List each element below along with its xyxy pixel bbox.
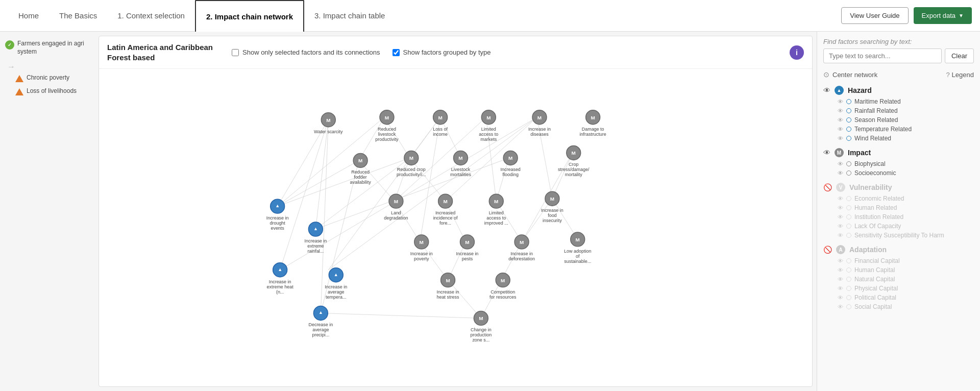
node-competition[interactable]: M Competition for resources: [489, 273, 517, 300]
node-food-insec[interactable]: M Increase in food insecurity: [541, 191, 564, 223]
node-crop-stress[interactable]: M Crop stress/damage/ mortality: [558, 146, 590, 178]
svg-text:Increase in: Increase in: [325, 284, 347, 289]
econ-eye[interactable]: 👁: [838, 196, 843, 202]
svg-text:precipi...: precipi...: [312, 332, 329, 337]
node-land-degr[interactable]: M Land degradation: [384, 194, 408, 221]
svg-text:heat stress: heat stress: [437, 295, 459, 300]
vuln-eye-icon[interactable]: 🚫: [823, 183, 832, 191]
network-area: Latin America and CaribbeanForest based …: [99, 36, 813, 387]
node-reduced-livestock[interactable]: M Reduced livestock productivity: [375, 110, 399, 142]
node-reduced-crop[interactable]: M Reduced crop productivity/i...: [397, 151, 426, 177]
natural-cap-eye[interactable]: 👁: [838, 276, 843, 282]
export-button[interactable]: Export data ▼: [914, 7, 972, 24]
farmers-icon: ✓: [5, 40, 14, 50]
node-limited-access[interactable]: M Limited access to improved ...: [484, 194, 508, 226]
checkbox1-label[interactable]: Show only selected factors and its conne…: [232, 48, 380, 56]
svg-text:Increase in: Increase in: [510, 251, 533, 256]
socioeconomic-eye[interactable]: 👁: [838, 170, 843, 176]
financial-eye[interactable]: 👁: [838, 258, 843, 264]
svg-text:Water scarcity: Water scarcity: [314, 129, 343, 134]
search-input[interactable]: [823, 48, 942, 63]
view-guide-button[interactable]: View User Guide: [841, 7, 908, 24]
svg-text:flooding: flooding: [502, 172, 518, 177]
node-increased-flooding[interactable]: M Increased flooding: [500, 151, 520, 177]
human-eye[interactable]: 👁: [838, 205, 843, 211]
node-heat-stress[interactable]: M Increase in heat stress: [437, 273, 459, 300]
lack-eye[interactable]: 👁: [838, 223, 843, 229]
sensitivity-eye[interactable]: 👁: [838, 232, 843, 238]
svg-text:M: M: [572, 150, 576, 156]
context-node-loss: Loss of livelihoods: [15, 87, 89, 95]
svg-text:markets: markets: [480, 137, 497, 142]
legend-button[interactable]: ? Legend: [946, 71, 974, 79]
node-increase-poverty[interactable]: M Increase in poverty: [410, 235, 433, 261]
physical-cap-label: Physical Capital: [854, 285, 898, 292]
node-production-zone[interactable]: M Change in production zone s...: [470, 311, 492, 343]
svg-text:pests: pests: [462, 256, 473, 261]
chronic-arrow: →: [7, 63, 15, 71]
node-loss-income[interactable]: M Loss of income: [433, 110, 448, 137]
rainfall-eye[interactable]: 👁: [838, 108, 843, 114]
nav-network[interactable]: 2. Impact chain network: [195, 0, 304, 32]
svg-text:Livestock: Livestock: [451, 167, 471, 172]
svg-text:mortality: mortality: [565, 172, 582, 177]
physical-cap-eye[interactable]: 👁: [838, 285, 843, 291]
wind-eye[interactable]: 👁: [838, 135, 843, 141]
svg-text:access to: access to: [479, 132, 498, 137]
chronic-icon: [15, 75, 23, 82]
svg-text:M: M: [409, 155, 413, 161]
node-damage-infra[interactable]: M Damage to infrastructure: [579, 110, 606, 137]
adapt-eye-icon[interactable]: 🚫: [823, 246, 832, 254]
node-deforestation[interactable]: M Increase in deforestation: [508, 235, 535, 261]
context-node-chronic: Chronic poverty: [15, 74, 89, 82]
svg-text:▲: ▲: [275, 203, 280, 208]
info-button[interactable]: i: [790, 45, 804, 60]
svg-text:tempera...: tempera...: [326, 295, 346, 300]
node-low-adoption[interactable]: M Low adoption of sustainable...: [564, 232, 591, 264]
node-increase-diseases[interactable]: M Increase in diseases: [528, 110, 551, 137]
vuln-section-title: Vulnerability: [849, 183, 892, 191]
svg-text:M: M: [465, 239, 469, 245]
svg-text:M: M: [520, 239, 524, 245]
node-drought[interactable]: ▲ Increase in drought events: [266, 199, 289, 231]
checkbox2-label[interactable]: Show factors grouped by type: [393, 48, 491, 56]
biophysical-eye[interactable]: 👁: [838, 161, 843, 167]
nav-home[interactable]: Home: [8, 0, 49, 32]
node-reduced-fodder[interactable]: M Reduced fodder availability: [350, 153, 371, 185]
hazard-eye-icon[interactable]: 👁: [823, 86, 830, 94]
human-cap-eye[interactable]: 👁: [838, 267, 843, 273]
maritime-eye[interactable]: 👁: [838, 99, 843, 105]
node-water-scarcity[interactable]: M Water scarcity: [314, 113, 343, 134]
node-extreme-heat[interactable]: ▲ Increase in extreme heat (n...: [266, 263, 293, 295]
node-limited-markets[interactable]: M Limited access to markets: [479, 110, 498, 142]
institution-eye[interactable]: 👁: [838, 214, 843, 220]
node-incr-incid[interactable]: M Increased incidence of fore...: [433, 194, 458, 226]
political-cap-eye[interactable]: 👁: [838, 295, 843, 301]
clear-button[interactable]: Clear: [945, 48, 974, 63]
checkbox1[interactable]: [232, 49, 239, 56]
node-avg-temp[interactable]: ▲ Increase in average tempera...: [325, 268, 347, 300]
institution-label: Institution Related: [854, 213, 903, 221]
nav-table[interactable]: 3. Impact chain table: [304, 0, 395, 32]
checkbox2[interactable]: [393, 49, 400, 56]
node-avg-precip[interactable]: ▲ Decrease in average precipi...: [308, 306, 333, 337]
impact-eye-icon[interactable]: 👁: [823, 149, 830, 157]
svg-text:▲: ▲: [318, 310, 323, 315]
svg-text:M: M: [358, 158, 362, 163]
impact-section-icon: M: [835, 148, 844, 157]
svg-text:Limited: Limited: [489, 210, 504, 215]
svg-text:Increased: Increased: [500, 167, 520, 172]
node-extreme-rain[interactable]: ▲ Increase in extreme rainfal...: [304, 222, 327, 254]
svg-text:M: M: [479, 315, 483, 321]
svg-text:M: M: [420, 239, 424, 245]
node-livestock-mort[interactable]: M Livestock mortalities: [450, 151, 471, 177]
nav-basics[interactable]: The Basics: [49, 0, 107, 32]
temperature-eye[interactable]: 👁: [838, 126, 843, 132]
node-increase-pests[interactable]: M Increase in pests: [456, 235, 478, 261]
center-network-button[interactable]: ⊙ Center network: [823, 70, 877, 79]
natural-cap-label: Natural Capital: [854, 276, 895, 283]
nav-context[interactable]: 1. Context selection: [107, 0, 195, 32]
network-graph[interactable]: ▲ Increase in drought events ▲ Increase …: [99, 69, 812, 384]
season-eye[interactable]: 👁: [838, 117, 843, 123]
social-cap-eye[interactable]: 👁: [838, 304, 843, 310]
